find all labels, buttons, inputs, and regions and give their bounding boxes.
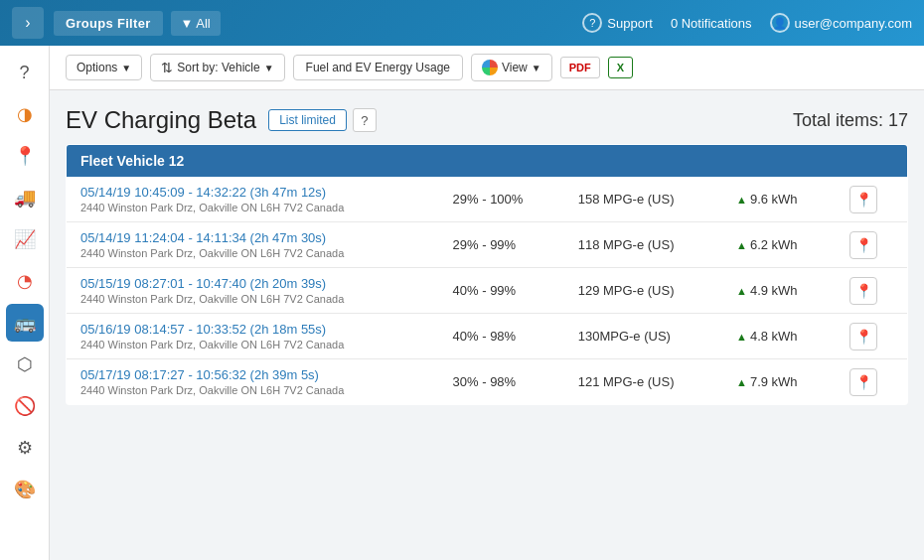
user-label: user@company.com [795,16,912,31]
trip-address: 2440 Winston Park Drz, Oakville ON L6H 7… [80,339,425,350]
sort-label: Sort by: Vehicle [177,61,259,74]
kwh-arrow-icon: ▲ [736,331,747,343]
options-label: Options [77,61,117,74]
main-layout: ? ◑ 📍 🚚 📈 ◔ 🚌 ⬡ 🚫 ⚙ 🎨 Options ▼ ⇅ Sort b… [0,46,924,560]
list-limited-button[interactable]: List limited [268,109,347,131]
sidebar-item-hex[interactable]: ⬡ [6,346,44,383]
trip-time[interactable]: 05/16/19 08:14:57 - 10:33:52 (2h 18m 55s… [80,322,425,337]
kwh-cell: ▲ 4.8 kWh [722,314,836,359]
sidebar: ? ◑ 📍 🚚 📈 ◔ 🚌 ⬡ 🚫 ⚙ 🎨 [0,46,50,560]
mpge-cell: 121 MPG-e (US) [564,359,722,405]
kwh-arrow-icon: ▲ [736,376,747,388]
sidebar-item-gear[interactable]: ⚙ [6,429,44,467]
options-button[interactable]: Options ▼ [66,55,142,80]
sidebar-item-fleet[interactable]: 🚚 [6,179,44,216]
map-button[interactable]: 📍 [849,277,877,305]
map-button[interactable]: 📍 [849,186,877,213]
mpge-cell: 118 MPG-e (US) [564,222,722,268]
content-area: Options ▼ ⇅ Sort by: Vehicle ▼ Fuel and … [50,46,924,560]
sort-icon: ⇅ [161,60,173,75]
user-menu[interactable]: 👤 user@company.com [770,13,912,33]
top-nav: › Groups Filter ▼ All ? Support 0 Notifi… [0,0,924,46]
map-action-cell: 📍 [836,268,907,314]
map-button[interactable]: 📍 [849,323,877,350]
percent-range-cell: 40% - 99% [439,268,564,314]
support-label: Support [607,16,653,31]
table-row: 05/16/19 08:14:57 - 10:33:52 (2h 18m 55s… [67,314,908,359]
kwh-value: 6.2 kWh [750,237,798,252]
map-button[interactable]: 📍 [849,368,877,396]
kwh-value: 4.8 kWh [750,329,798,344]
sidebar-item-trend[interactable]: 📈 [6,220,44,258]
view-button[interactable]: View ▼ [471,54,552,81]
trip-info-cell: 05/15/19 08:27:01 - 10:47:40 (2h 20m 39s… [67,268,439,314]
report-title: EV Charging Beta [66,106,256,134]
sidebar-item-color[interactable]: 🎨 [6,471,44,508]
percent-range-cell: 30% - 98% [439,359,564,405]
map-action-cell: 📍 [836,222,907,268]
sidebar-item-vehicle[interactable]: 🚌 [6,304,44,342]
report-question-button[interactable]: ? [353,108,377,132]
table-row: 05/17/19 08:17:27 - 10:56:32 (2h 39m 5s)… [67,359,908,405]
group-header-row: Fleet Vehicle 12 [67,145,908,178]
map-pin-icon: 📍 [855,237,872,253]
map-pin-icon: 📍 [855,374,872,390]
support-icon: ? [582,13,602,33]
trip-time[interactable]: 05/17/19 08:17:27 - 10:56:32 (2h 39m 5s) [80,367,425,382]
group-header-cell: Fleet Vehicle 12 [67,145,908,178]
data-table: Fleet Vehicle 12 05/14/19 10:45:09 - 14:… [66,144,908,405]
percent-range-cell: 29% - 100% [439,177,564,222]
map-action-cell: 📍 [836,359,907,405]
view-label: View [502,61,528,74]
sidebar-item-no-entry[interactable]: 🚫 [6,387,44,425]
sidebar-item-chart[interactable]: ◑ [6,95,44,133]
view-chevron-icon: ▼ [532,63,541,73]
trip-time[interactable]: 05/14/19 11:24:04 - 14:11:34 (2h 47m 30s… [80,230,425,245]
kwh-arrow-icon: ▲ [736,194,747,206]
pdf-button[interactable]: PDF [560,57,600,78]
xls-button[interactable]: X [608,57,633,78]
kwh-cell: ▲ 9.6 kWh [722,177,836,222]
kwh-value: 4.9 kWh [750,283,798,298]
map-pin-icon: 📍 [855,192,872,208]
report-header: EV Charging Beta List limited ? Total it… [66,106,908,134]
table-row: 05/15/19 08:27:01 - 10:47:40 (2h 20m 39s… [67,268,908,314]
toolbar: Options ▼ ⇅ Sort by: Vehicle ▼ Fuel and … [50,46,924,90]
fuel-button[interactable]: Fuel and EV Energy Usage [293,55,463,80]
kwh-cell: ▲ 4.9 kWh [722,268,836,314]
mpge-cell: 130MPG-e (US) [564,314,722,359]
kwh-value: 9.6 kWh [750,192,798,207]
sidebar-item-pie[interactable]: ◔ [6,262,44,300]
trip-address: 2440 Winston Park Drz, Oakville ON L6H 7… [80,202,425,213]
all-dropdown-button[interactable]: ▼ All [171,11,221,36]
sort-button[interactable]: ⇅ Sort by: Vehicle ▼ [150,54,284,81]
trip-address: 2440 Winston Park Drz, Oakville ON L6H 7… [80,384,425,396]
view-pie-icon [482,60,498,75]
kwh-arrow-icon: ▲ [736,239,747,251]
mpge-cell: 158 MPG-e (US) [564,177,722,222]
trip-info-cell: 05/14/19 10:45:09 - 14:32:22 (3h 47m 12s… [67,177,439,222]
trip-time[interactable]: 05/15/19 08:27:01 - 10:47:40 (2h 20m 39s… [80,276,425,291]
kwh-cell: ▲ 7.9 kWh [722,359,836,405]
map-button[interactable]: 📍 [849,231,877,259]
notifications-label: 0 Notifications [671,16,752,31]
trip-address: 2440 Winston Park Drz, Oakville ON L6H 7… [80,293,425,305]
user-icon: 👤 [770,13,790,33]
sidebar-item-map[interactable]: 📍 [6,137,44,175]
map-action-cell: 📍 [836,314,907,359]
support-link[interactable]: ? Support [582,13,653,33]
notifications-link[interactable]: 0 Notifications [671,16,752,31]
map-pin-icon: 📍 [855,283,872,299]
report-area: EV Charging Beta List limited ? Total it… [50,90,924,560]
trip-info-cell: 05/16/19 08:14:57 - 10:33:52 (2h 18m 55s… [67,314,439,359]
nav-expand-button[interactable]: › [12,7,44,39]
sidebar-item-help[interactable]: ? [6,54,44,91]
trip-time[interactable]: 05/14/19 10:45:09 - 14:32:22 (3h 47m 12s… [80,185,425,200]
map-pin-icon: 📍 [855,329,872,345]
options-chevron-icon: ▼ [121,63,131,73]
total-items: Total items: 17 [793,110,908,131]
sort-chevron-icon: ▼ [264,63,274,73]
groups-filter-button[interactable]: Groups Filter [54,11,163,36]
table-row: 05/14/19 11:24:04 - 14:11:34 (2h 47m 30s… [67,222,908,268]
trip-address: 2440 Winston Park Drz, Oakville ON L6H 7… [80,247,425,259]
